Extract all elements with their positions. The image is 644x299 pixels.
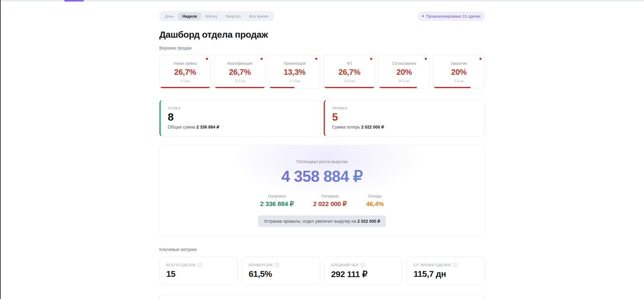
stat-label: Получено bbox=[260, 194, 294, 198]
tab-week[interactable]: Неделя bbox=[178, 12, 201, 20]
info-icon[interactable]: i bbox=[198, 263, 202, 267]
stage-duration: 11,5 дн bbox=[214, 79, 265, 83]
background-window-edge bbox=[0, 0, 1, 299]
badge-dot-icon bbox=[422, 15, 424, 17]
toolbar: День Неделя Месяц Квартал Все время Проа… bbox=[159, 11, 485, 21]
stage-bar bbox=[214, 87, 265, 88]
stage-name: КП bbox=[324, 61, 375, 66]
alert-dot-icon bbox=[479, 58, 482, 60]
funnel-stage-card[interactable]: Квалификация 26,7% 11,5 дн bbox=[214, 55, 266, 88]
potential-label: Потенциал роста выручки bbox=[160, 145, 485, 164]
stage-duration: 3,5 дн bbox=[160, 79, 211, 83]
metric-value: 115,7 дн bbox=[414, 269, 478, 279]
metric-label: СРЕДНИЙ ЧЕК i bbox=[331, 263, 396, 267]
stage-name: Согласование bbox=[379, 61, 430, 66]
metric-label: СР. ВРЕМЯ СДЕЛКИ i bbox=[414, 263, 478, 267]
fail-count: 5 bbox=[332, 111, 477, 123]
success-sum: Общая сумма 2 336 884 ₽ bbox=[168, 125, 313, 129]
fail-sum-label: Сумма потерь bbox=[332, 125, 361, 129]
metric-card-average-check: СРЕДНИЙ ЧЕК i 292 111 ₽ bbox=[324, 257, 403, 285]
stage-bar bbox=[269, 87, 295, 88]
tab-alltime[interactable]: Все время bbox=[245, 12, 273, 20]
outcome-row: УСПЕХ 8 Общая сумма 2 336 884 ₽ ПРОВАЛ 5… bbox=[159, 100, 485, 136]
stage-duration: 17,5 дн bbox=[269, 79, 320, 83]
success-sum-value: 2 336 884 ₽ bbox=[196, 125, 219, 129]
metric-label-text: СРЕДНИЙ ЧЕК bbox=[331, 263, 359, 267]
fail-sum: Сумма потерь 2 022 000 ₽ bbox=[332, 125, 477, 129]
stage-name: Закрытие bbox=[433, 61, 484, 66]
funnel-stage-card[interactable]: Новая заявка 26,7% 3,5 дн bbox=[159, 55, 211, 88]
potential-stats-row: Получено 2 336 884 ₽ Потеряно 2 022 000 … bbox=[160, 194, 485, 208]
potential-value: 4 358 884 ₽ bbox=[160, 167, 485, 185]
success-count: 8 bbox=[168, 111, 313, 123]
funnel-stage-card[interactable]: Закрытие 20% 6,3 дн bbox=[433, 55, 485, 88]
page-title: Дашборд отдела продаж bbox=[159, 29, 485, 40]
stage-bar bbox=[433, 87, 471, 88]
alert-dot-icon bbox=[261, 58, 263, 60]
stage-bar bbox=[324, 87, 375, 88]
funnel-section-label: Воронка продаж bbox=[159, 46, 485, 50]
stage-duration: 34,0 дн bbox=[379, 79, 430, 83]
stage-conversion: 26,7% bbox=[324, 67, 375, 77]
info-icon[interactable]: i bbox=[453, 263, 457, 267]
stage-conversion: 26,7% bbox=[214, 67, 265, 77]
stage-conversion: 20% bbox=[433, 67, 484, 77]
funnel-stage-card[interactable]: Презентация 13,3% 17,5 дн bbox=[269, 55, 320, 88]
metric-value: 61,5% bbox=[249, 269, 313, 279]
metric-label-text: СР. ВРЕМЯ СДЕЛКИ bbox=[414, 263, 451, 267]
analyzed-deals-label: Проанализировано 15 сделки bbox=[426, 14, 480, 19]
hint-value: 2 022 000 ₽ bbox=[357, 219, 380, 224]
analyzed-deals-badge: Проанализировано 15 сделки bbox=[418, 12, 485, 21]
stat-value: 46,4% bbox=[366, 200, 384, 208]
revenue-potential-card: Потенциал роста выручки 4 358 884 ₽ Полу… bbox=[159, 145, 485, 236]
metric-label: КОНВЕРСИЯ i bbox=[249, 263, 313, 267]
stat-value: 2 022 000 ₽ bbox=[313, 200, 346, 208]
metric-card-total-deals: ВСЕГО СДЕЛОК i 15 bbox=[159, 257, 238, 285]
metric-label-text: КОНВЕРСИЯ bbox=[249, 263, 273, 267]
metric-value: 15 bbox=[166, 269, 231, 279]
funnel-stage-card[interactable]: КП 26,7% 33,8 дн bbox=[323, 55, 375, 88]
improvement-hint: Устранив провалы, отдел увеличит выручку… bbox=[258, 215, 386, 227]
fail-sum-value: 2 022 000 ₽ bbox=[361, 125, 384, 129]
stage-duration: 33,8 дн bbox=[324, 79, 375, 83]
stage-conversion: 20% bbox=[379, 67, 430, 77]
stage-bar bbox=[160, 87, 211, 88]
stage-bar bbox=[379, 87, 417, 88]
stat-label: Потеряно bbox=[313, 194, 346, 198]
metric-label: ВСЕГО СДЕЛОК i bbox=[166, 263, 231, 267]
next-section-card-partial bbox=[159, 294, 485, 299]
browser-top-strip bbox=[0, 0, 644, 1]
metric-label-text: ВСЕГО СДЕЛОК bbox=[166, 263, 196, 267]
tab-day[interactable]: День bbox=[161, 12, 178, 20]
info-icon[interactable]: i bbox=[275, 263, 279, 267]
info-icon[interactable]: i bbox=[361, 263, 365, 267]
stat-label: Потери bbox=[366, 194, 384, 198]
stage-conversion: 26,7% bbox=[160, 67, 211, 77]
period-tabbar: День Неделя Месяц Квартал Все время bbox=[159, 11, 274, 21]
stage-name: Квалификация bbox=[214, 61, 265, 66]
funnel-row: Новая заявка 26,7% 3,5 дн Квалификация 2… bbox=[159, 55, 485, 88]
success-card: УСПЕХ 8 Общая сумма 2 336 884 ₽ bbox=[159, 100, 321, 136]
metric-card-average-deal-time: СР. ВРЕМЯ СДЕЛКИ i 115,7 дн bbox=[407, 257, 485, 285]
stage-name: Новая заявка bbox=[160, 61, 211, 66]
metric-value: 292 111 ₽ bbox=[331, 269, 396, 279]
hint-text: Устранив провалы, отдел увеличит выручку… bbox=[264, 219, 357, 224]
alert-dot-icon bbox=[315, 58, 317, 60]
metrics-section-label: Ключевые метрики bbox=[159, 247, 485, 252]
tab-quarter[interactable]: Квартал bbox=[222, 12, 245, 20]
stat-lost: Потеряно 2 022 000 ₽ bbox=[313, 194, 346, 208]
alert-dot-icon bbox=[206, 58, 208, 60]
alert-dot-icon bbox=[425, 58, 427, 60]
stat-loss-pct: Потери 46,4% bbox=[366, 194, 384, 208]
dashboard-content: День Неделя Месяц Квартал Все время Проа… bbox=[159, 0, 485, 299]
stage-name: Презентация bbox=[269, 61, 320, 66]
success-label: УСПЕХ bbox=[168, 106, 313, 110]
metrics-row: ВСЕГО СДЕЛОК i 15 КОНВЕРСИЯ i 61,5% СРЕД… bbox=[159, 257, 485, 285]
tab-month[interactable]: Месяц bbox=[201, 12, 221, 20]
stat-value: 2 336 884 ₽ bbox=[260, 200, 294, 208]
funnel-stage-card[interactable]: Согласование 20% 34,0 дн bbox=[378, 55, 430, 88]
loading-progress-bar bbox=[64, 0, 84, 2]
stage-conversion: 13,3% bbox=[269, 67, 320, 77]
success-sum-label: Общая сумма bbox=[168, 125, 196, 129]
stage-duration: 6,3 дн bbox=[433, 79, 484, 83]
